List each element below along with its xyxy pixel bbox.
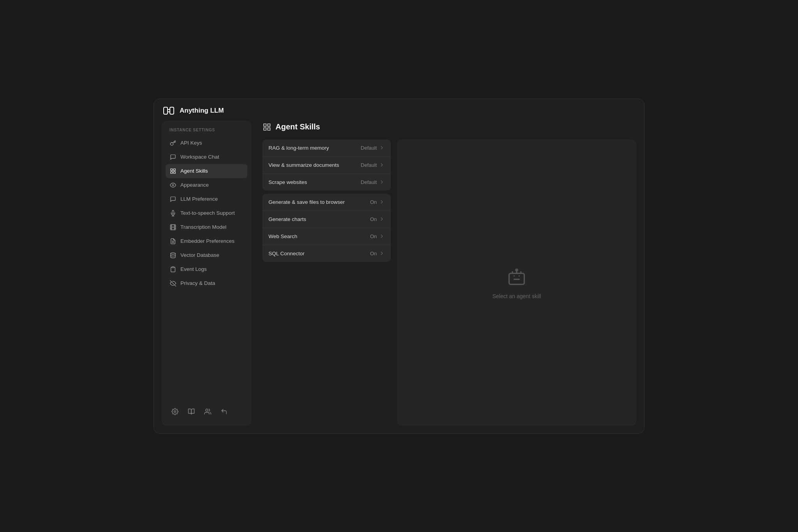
sidebar-item-appearance[interactable]: Appearance — [166, 178, 247, 192]
skill-status: Default — [361, 179, 377, 185]
skill-status: On — [370, 216, 377, 222]
app-logo — [163, 107, 177, 115]
film-icon — [169, 224, 177, 231]
sidebar-item-label: Appearance — [180, 182, 209, 188]
skill-label: Scrape websites — [268, 179, 307, 185]
sidebar-item-label: Text-to-speech Support — [180, 210, 235, 216]
svg-rect-27 — [268, 124, 270, 126]
skill-item-generate-save[interactable]: Generate & save files to browser On — [262, 194, 391, 211]
svg-rect-4 — [171, 169, 173, 171]
skill-status: On — [370, 233, 377, 239]
sidebar-item-label: Vector Database — [180, 252, 219, 258]
skills-group-default: RAG & long-term memory Default View & su… — [262, 140, 391, 191]
main-content: INSTANCE SETTINGS API Keys Workspace Cha… — [154, 121, 644, 433]
right-panel: Agent Skills RAG & long-term memory Defa… — [251, 121, 636, 426]
skill-meta: Default — [361, 145, 385, 151]
robot-icon — [506, 266, 528, 288]
skills-list: RAG & long-term memory Default View & su… — [262, 140, 391, 426]
eye-icon — [169, 182, 177, 189]
sidebar-item-agent-skills[interactable]: Agent Skills — [166, 164, 247, 178]
skill-item-generate-charts[interactable]: Generate charts On — [262, 211, 391, 228]
chevron-right-icon — [379, 145, 385, 150]
svg-rect-28 — [264, 127, 266, 130]
settings-button[interactable] — [168, 405, 182, 419]
sidebar-item-api-keys[interactable]: API Keys — [166, 136, 247, 150]
empty-state-text: Select an agent skill — [493, 293, 541, 299]
skill-status: On — [370, 251, 377, 256]
skill-label: SQL Connector — [268, 251, 305, 256]
chevron-right-icon — [379, 179, 385, 185]
key-icon — [169, 140, 177, 147]
book-button[interactable] — [184, 405, 198, 419]
sidebar: INSTANCE SETTINGS API Keys Workspace Cha… — [162, 121, 251, 426]
page-title: Agent Skills — [275, 122, 320, 131]
sidebar-item-llm-preference[interactable]: LLM Preference — [166, 192, 247, 206]
mic-icon — [169, 210, 177, 217]
sidebar-bottom — [166, 401, 247, 419]
skill-label: View & summarize documents — [268, 162, 339, 168]
sidebar-item-label: Privacy & Data — [180, 280, 215, 286]
sidebar-item-label: LLM Preference — [180, 196, 218, 202]
sidebar-item-workspace-chat[interactable]: Workspace Chat — [166, 150, 247, 164]
skill-meta: Default — [361, 162, 385, 168]
sidebar-item-privacy-data[interactable]: Privacy & Data — [166, 276, 247, 290]
empty-state-panel: Select an agent skill — [397, 140, 636, 426]
skill-item-scrape-websites[interactable]: Scrape websites Default — [262, 174, 391, 191]
clipboard-icon — [169, 266, 177, 273]
page-header: Agent Skills — [262, 121, 636, 140]
skill-item-rag-memory[interactable]: RAG & long-term memory Default — [262, 140, 391, 157]
message-square-icon — [169, 154, 177, 161]
skill-item-web-search[interactable]: Web Search On — [262, 228, 391, 245]
svg-point-8 — [172, 184, 174, 186]
svg-rect-1 — [170, 107, 174, 114]
eye-off-icon — [169, 280, 177, 287]
svg-rect-7 — [173, 171, 175, 173]
sidebar-item-vector-database[interactable]: Vector Database — [166, 248, 247, 262]
skill-meta: On — [370, 251, 385, 256]
sidebar-item-embedder-preferences[interactable]: Embedder Preferences — [166, 234, 247, 248]
skill-item-sql-connector[interactable]: SQL Connector On — [262, 245, 391, 262]
svg-point-24 — [174, 410, 176, 412]
sidebar-item-text-to-speech[interactable]: Text-to-speech Support — [166, 206, 247, 220]
skill-label: Web Search — [268, 233, 297, 239]
sidebar-item-event-logs[interactable]: Event Logs — [166, 262, 247, 276]
sidebar-item-label: Workspace Chat — [180, 154, 219, 160]
skill-status: On — [370, 199, 377, 205]
grid-icon — [169, 168, 177, 175]
svg-rect-0 — [164, 107, 168, 114]
svg-rect-5 — [173, 169, 175, 171]
content-area: RAG & long-term memory Default View & su… — [262, 140, 636, 426]
app-title: Anything LLM — [180, 107, 224, 115]
svg-point-25 — [206, 409, 208, 411]
skill-status: Default — [361, 162, 377, 168]
sidebar-item-label: Event Logs — [180, 266, 207, 272]
sidebar-section-label: INSTANCE SETTINGS — [166, 128, 247, 136]
sidebar-item-label: Agent Skills — [180, 168, 208, 174]
app-window: Anything LLM INSTANCE SETTINGS API Keys … — [154, 99, 644, 434]
sidebar-item-transcription-model[interactable]: Transcription Model — [166, 220, 247, 234]
title-bar: Anything LLM — [154, 99, 644, 121]
skill-status: Default — [361, 145, 377, 151]
message-circle-icon — [169, 196, 177, 203]
file-text-icon — [169, 238, 177, 245]
skill-label: Generate charts — [268, 216, 306, 222]
svg-point-21 — [171, 253, 175, 254]
skill-label: Generate & save files to browser — [268, 199, 345, 205]
chevron-right-icon — [379, 162, 385, 168]
back-button[interactable] — [217, 405, 231, 419]
sidebar-item-label: API Keys — [180, 140, 202, 146]
skill-label: RAG & long-term memory — [268, 145, 329, 151]
svg-point-31 — [516, 269, 517, 270]
users-button[interactable] — [201, 405, 215, 419]
chevron-right-icon — [379, 233, 385, 239]
skills-group-on: Generate & save files to browser On Gene… — [262, 194, 391, 262]
svg-rect-29 — [268, 127, 270, 130]
agent-skills-header-icon — [262, 122, 272, 132]
skill-item-view-summarize[interactable]: View & summarize documents Default — [262, 157, 391, 174]
chevron-right-icon — [379, 216, 385, 222]
chevron-right-icon — [379, 199, 385, 205]
sidebar-item-label: Transcription Model — [180, 224, 226, 230]
skill-meta: Default — [361, 179, 385, 185]
svg-rect-6 — [171, 171, 173, 173]
skill-meta: On — [370, 199, 385, 205]
